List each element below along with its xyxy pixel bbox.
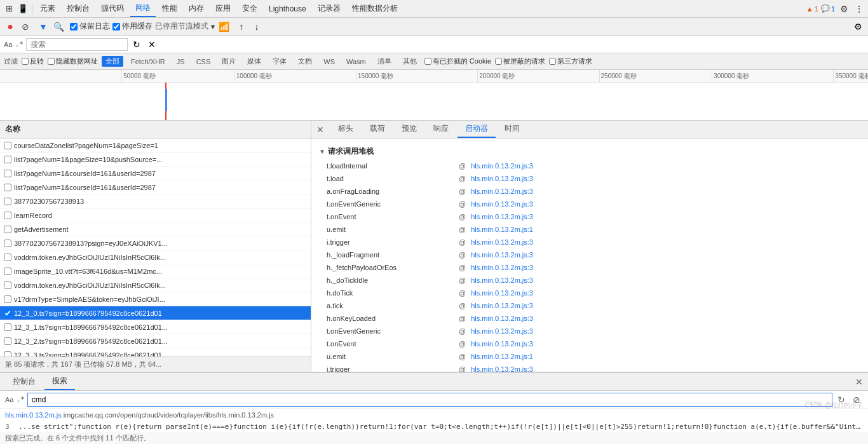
filter-font[interactable]: 字体	[269, 56, 290, 67]
tab-timing[interactable]: 时间	[497, 121, 527, 138]
filter-media[interactable]: 媒体	[243, 56, 265, 67]
download-icon[interactable]: ↓	[250, 20, 263, 33]
stack-link[interactable]: hls.min.0.13.2m.js:3	[471, 365, 533, 372]
blocked-checkbox[interactable]: 被屏蔽的请求	[495, 57, 545, 66]
stack-link[interactable]: hls.min.0.13.2m.js:1	[471, 226, 533, 233]
filter-ws[interactable]: WS	[320, 57, 339, 66]
reverse-checkbox[interactable]: 反转	[22, 57, 44, 66]
stack-link[interactable]: hls.min.0.13.2m.js:3	[471, 315, 533, 322]
list-item[interactable]: imageSprite_10.vtt?t=63f6416d&us=M1M2mc.…	[0, 264, 311, 278]
tab-search-bottom[interactable]: 搜索	[44, 373, 75, 390]
stack-link[interactable]: hls.min.0.13.2m.js:3	[471, 251, 533, 259]
filter-all[interactable]: 全部	[102, 56, 123, 67]
refresh-search-btn[interactable]: ↻	[130, 38, 143, 51]
tab-perf-data[interactable]: 性能数据分析	[347, 1, 403, 17]
record-button[interactable]: ●	[4, 20, 17, 33]
close-bottom-btn[interactable]: ✕	[855, 377, 863, 387]
list-item[interactable]: 12_3_2.ts?sign=b1899666795492c8ce0621d01…	[0, 334, 311, 348]
tab-memory[interactable]: 内存	[184, 1, 209, 17]
filter-icon[interactable]: ▼	[37, 20, 50, 33]
file-info-row[interactable]: hls.min.0.13.2m.js imgcache.qq.com/open/…	[0, 409, 868, 421]
stack-link[interactable]: hls.min.0.13.2m.js:3	[471, 276, 533, 284]
disable-cache-checkbox[interactable]: 停用缓存	[112, 21, 153, 32]
filter-img[interactable]: 图片	[218, 56, 240, 67]
throttle-mode[interactable]: 已停用节流模式	[155, 21, 208, 32]
upload-icon[interactable]: ↑	[235, 20, 248, 33]
list-item[interactable]: list?pageNum=1&courseId=161&userId=2987	[0, 166, 311, 180]
console-search-input[interactable]	[27, 393, 832, 407]
filter-js[interactable]: JS	[173, 57, 189, 66]
close-search-btn[interactable]: ✕	[146, 38, 158, 51]
throttle-dropdown[interactable]: ▾	[211, 22, 215, 31]
tab-lighthouse[interactable]: Lighthouse	[264, 2, 311, 16]
timeline-chart[interactable]	[0, 83, 868, 120]
dock-icon[interactable]: ⊞	[3, 3, 15, 15]
stack-section-title[interactable]: 请求调用堆栈	[319, 144, 860, 160]
file-source[interactable]: imgcache.qq.com/open/qcloud/video/tcplay…	[64, 411, 274, 419]
stack-link[interactable]: hls.min.0.13.2m.js:3	[471, 162, 533, 170]
list-item[interactable]: learnRecord	[0, 208, 311, 222]
tab-elements[interactable]: 元素	[35, 1, 60, 17]
tab-response[interactable]: 响应	[426, 121, 456, 138]
filter-css[interactable]: CSS	[193, 57, 215, 66]
close-detail-btn[interactable]: ✕	[316, 125, 324, 135]
tab-recorder[interactable]: 记录器	[313, 1, 346, 17]
search-button[interactable]: 🔍	[52, 20, 65, 33]
filter-other[interactable]: 其他	[399, 56, 421, 67]
tab-console-bottom[interactable]: 控制台	[5, 374, 43, 390]
list-item[interactable]: 387702307567238913?psign=eyJ0eXAiOiJKV1.…	[0, 236, 311, 250]
tab-performance[interactable]: 性能	[157, 1, 182, 17]
list-item[interactable]: courseDataZonelist?pageNum=1&pageSize=1	[0, 139, 311, 153]
search-result-bar: 搜索已完成。在 6 个文件中找到 11 个匹配行。	[0, 432, 868, 444]
stack-link[interactable]: hls.min.0.13.2m.js:3	[471, 187, 533, 195]
info-badge[interactable]: 💬1	[821, 4, 835, 13]
tab-network[interactable]: 网络	[130, 0, 156, 17]
mobile-icon[interactable]: 📱	[17, 3, 29, 15]
stack-link[interactable]: hls.min.0.13.2m.js:1	[471, 353, 533, 360]
settings-icon-right[interactable]: ⚙	[851, 20, 864, 33]
stop-button[interactable]: ⊘	[19, 20, 32, 33]
list-item[interactable]: 12_3_3.ts?sign=b1899666795492c8ce0621d01…	[0, 348, 311, 356]
settings-icon[interactable]: ⚙	[837, 3, 850, 15]
stack-link[interactable]: hls.min.0.13.2m.js:3	[471, 327, 533, 335]
list-item[interactable]: voddrm.token.eyJhbGciOiJlUzI1NiIsInR5cCl…	[0, 250, 311, 264]
third-party-checkbox[interactable]: 第三方请求	[549, 57, 592, 66]
list-item[interactable]: voddrm.token.eyJhbGciOiJlUzI1NiIsInR5cCl…	[0, 278, 311, 292]
stack-row: t.onEvent @ hls.min.0.13.2m.js:3	[319, 210, 860, 223]
filter-wasm[interactable]: Wasm	[342, 57, 370, 66]
stack-link[interactable]: hls.min.0.13.2m.js:3	[471, 340, 533, 348]
tab-headers[interactable]: 标头	[330, 121, 361, 138]
alert-badge[interactable]: ▲1	[806, 5, 818, 13]
tab-console[interactable]: 控制台	[62, 1, 95, 17]
list-item[interactable]: getAdvertisement	[0, 222, 311, 236]
tab-initiator[interactable]: 启动器	[458, 121, 496, 138]
stack-link[interactable]: hls.min.0.13.2m.js:3	[471, 302, 533, 309]
stack-link[interactable]: hls.min.0.13.2m.js:3	[471, 264, 533, 271]
stack-link[interactable]: hls.min.0.13.2m.js:3	[471, 175, 533, 182]
list-item[interactable]: list?pageNum=1&courseId=161&userId=2987	[0, 180, 311, 194]
list-item[interactable]: 387702307567238913	[0, 194, 311, 208]
network-list[interactable]: courseDataZonelist?pageNum=1&pageSize=1 …	[0, 139, 311, 356]
more-icon[interactable]: ⋮	[853, 3, 865, 15]
stack-link[interactable]: hls.min.0.13.2m.js:3	[471, 238, 533, 246]
cookie-checkbox[interactable]: 有已拦截的 Cookie	[424, 57, 491, 66]
stack-link[interactable]: hls.min.0.13.2m.js:3	[471, 200, 533, 208]
stack-link[interactable]: hls.min.0.13.2m.js:3	[471, 289, 533, 297]
search-input[interactable]	[26, 38, 128, 51]
tab-preview[interactable]: 预览	[394, 121, 424, 138]
list-item[interactable]: list?pageNum=1&pageSize=10&pushSource=..…	[0, 153, 311, 166]
wifi-icon[interactable]: 📶	[217, 20, 230, 33]
list-item[interactable]: v1?drmType=SimpleAES&token=eyJhbGciOiJI.…	[0, 292, 311, 306]
tab-sources[interactable]: 源代码	[96, 1, 129, 17]
tab-security[interactable]: 安全	[237, 1, 262, 17]
tab-application[interactable]: 应用	[210, 1, 236, 17]
stack-link[interactable]: hls.min.0.13.2m.js:3	[471, 213, 533, 221]
filter-doc[interactable]: 文档	[294, 56, 316, 67]
list-item-selected[interactable]: 12_3_0.ts?sign=b1899666795492c8ce0621d01	[0, 306, 311, 320]
filter-clear[interactable]: 清单	[374, 56, 395, 67]
filter-fetch-xhr[interactable]: Fetch/XHR	[127, 57, 169, 66]
keep-log-checkbox[interactable]: 保留日志	[70, 21, 110, 32]
hide-data-checkbox[interactable]: 隐藏数据网址	[48, 57, 98, 66]
tab-payload[interactable]: 载荷	[362, 121, 393, 138]
list-item[interactable]: 12_3_1.ts?sign=b1899666795492c8ce0621d01…	[0, 320, 311, 334]
